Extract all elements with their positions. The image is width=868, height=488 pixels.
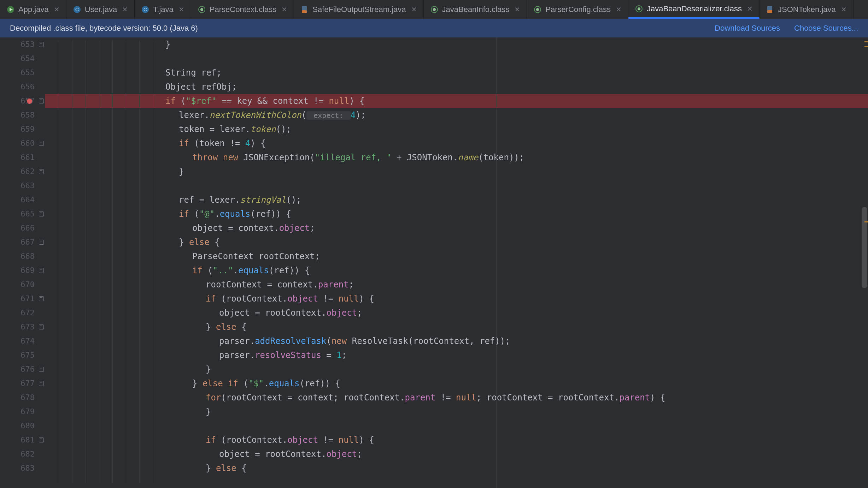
line-number[interactable]: 663 [0, 179, 35, 193]
code-line[interactable]: if ("$ref" == key && context != null) { [45, 94, 868, 108]
code-line[interactable]: if ("@".equals(ref)) { [45, 207, 868, 221]
line-number[interactable]: 680 [0, 419, 35, 433]
code-line[interactable]: parser.addResolveTask(new ResolveTask(ro… [45, 334, 868, 348]
line-number[interactable]: 682 [0, 447, 35, 461]
line-number[interactable]: 659 [0, 122, 35, 136]
code-line[interactable]: } [45, 165, 868, 179]
fold-toggle-icon[interactable] [39, 325, 44, 329]
code-line[interactable]: String ref; [45, 66, 868, 80]
line-number[interactable]: 658 [0, 108, 35, 122]
close-icon[interactable]: ✕ [841, 5, 847, 14]
code-line[interactable]: token = lexer.token(); [45, 122, 868, 136]
code-line[interactable]: for(rootContext = context; rootContext.p… [45, 391, 868, 405]
tab-javabeaninfo-class[interactable]: JavaBeanInfo.class✕ [424, 0, 527, 19]
code-area[interactable]: }String ref;Object refObj;if ("$ref" == … [45, 37, 868, 488]
tab-user-java[interactable]: CUser.java✕ [66, 0, 135, 19]
line-number[interactable]: 673 [0, 320, 35, 334]
code-line[interactable]: Object refObj; [45, 80, 868, 94]
code-line[interactable]: lexer.nextTokenWithColon( expect: 4); [45, 108, 868, 122]
tab-safefileoutputstream-java[interactable]: SafeFileOutputStream.java✕ [294, 0, 423, 19]
code-line[interactable]: if (rootContext.object != null) { [45, 433, 868, 447]
line-number[interactable]: 654 [0, 52, 35, 66]
line-number[interactable]: 683 [0, 461, 35, 475]
code-line[interactable]: object = context.object; [45, 221, 868, 235]
code-line[interactable]: object = rootContext.object; [45, 306, 868, 320]
close-icon[interactable]: ✕ [122, 5, 128, 14]
fold-toggle-icon[interactable] [39, 438, 44, 442]
fold-toggle-icon[interactable] [39, 212, 44, 216]
fold-toggle-icon[interactable] [39, 268, 44, 273]
code-line[interactable]: ParseContext rootContext; [45, 249, 868, 263]
code-line[interactable]: } [45, 37, 868, 52]
line-number[interactable]: 674 [0, 334, 35, 348]
line-number[interactable]: 676 [0, 362, 35, 376]
line-number[interactable]: 670 [0, 278, 35, 292]
close-icon[interactable]: ✕ [54, 5, 60, 14]
code-line[interactable]: if ("..".equals(ref)) { [45, 263, 868, 278]
line-number[interactable]: 681 [0, 433, 35, 447]
line-number[interactable]: 669 [0, 263, 35, 278]
code-line[interactable]: ref = lexer.stringVal(); [45, 193, 868, 207]
code-line[interactable]: } else { [45, 320, 868, 334]
choose-sources-link[interactable]: Choose Sources... [794, 24, 858, 33]
error-stripe-mark[interactable] [864, 221, 868, 222]
line-number[interactable]: 666 [0, 221, 35, 235]
code-line[interactable]: } [45, 405, 868, 419]
code-line[interactable]: if (token != 4) { [45, 136, 868, 150]
line-number[interactable]: 671 [0, 292, 35, 306]
line-number[interactable]: 667 [0, 235, 35, 249]
fold-toggle-icon[interactable] [39, 141, 44, 146]
fold-toggle-icon[interactable] [39, 42, 44, 47]
close-icon[interactable]: ✕ [747, 5, 753, 13]
line-number[interactable]: 655 [0, 66, 35, 80]
tab-parsecontext-class[interactable]: ParseContext.class✕ [191, 0, 294, 19]
line-number[interactable]: 662 [0, 165, 35, 179]
line-number[interactable]: 660 [0, 136, 35, 150]
code-line[interactable] [45, 419, 868, 433]
code-line[interactable] [45, 179, 868, 193]
line-number[interactable]: 678 [0, 391, 35, 405]
fold-toggle-icon[interactable] [39, 240, 44, 245]
line-number[interactable]: 677 [0, 376, 35, 391]
error-stripe-mark[interactable] [864, 46, 868, 47]
tab-t-java[interactable]: CT.java✕ [135, 0, 191, 19]
tab-javabeandeserializer-class[interactable]: JavaBeanDeserializer.class✕ [628, 0, 760, 19]
close-icon[interactable]: ✕ [178, 5, 184, 14]
line-number[interactable]: 661 [0, 150, 35, 165]
tab-app-java[interactable]: App.java✕ [0, 0, 66, 19]
line-number[interactable]: 675 [0, 348, 35, 362]
error-stripe[interactable] [864, 37, 868, 488]
close-icon[interactable]: ✕ [616, 5, 622, 14]
tab-parserconfig-class[interactable]: ParserConfig.class✕ [527, 0, 628, 19]
code-line[interactable]: rootContext = context.parent; [45, 278, 868, 292]
fold-toggle-icon[interactable] [39, 296, 44, 301]
line-number[interactable]: 664 [0, 193, 35, 207]
error-stripe-mark[interactable] [864, 41, 868, 42]
code-line[interactable]: if (rootContext.object != null) { [45, 292, 868, 306]
code-line[interactable]: throw new JSONException("illegal ref, " … [45, 150, 868, 165]
line-number[interactable]: 665 [0, 207, 35, 221]
fold-toggle-icon[interactable] [39, 99, 44, 103]
download-sources-link[interactable]: Download Sources [715, 24, 780, 33]
line-number[interactable]: 672 [0, 306, 35, 320]
code-line[interactable]: } else { [45, 461, 868, 475]
line-number[interactable]: 679 [0, 405, 35, 419]
tab-jsontoken-java[interactable]: JSONToken.java✕ [760, 0, 854, 19]
line-number[interactable]: 653 [0, 37, 35, 52]
line-number[interactable]: 656 [0, 80, 35, 94]
fold-toggle-icon[interactable] [39, 169, 44, 174]
code-line[interactable]: } else if ("$".equals(ref)) { [45, 376, 868, 391]
fold-toggle-icon[interactable] [39, 381, 44, 386]
close-icon[interactable]: ✕ [281, 5, 287, 14]
close-icon[interactable]: ✕ [514, 5, 520, 14]
code-line[interactable]: parser.resolveStatus = 1; [45, 348, 868, 362]
close-icon[interactable]: ✕ [411, 5, 417, 14]
code-line[interactable]: } [45, 362, 868, 376]
code-line[interactable] [45, 52, 868, 66]
code-editor[interactable]: 6536546556566576586596606616626636646656… [0, 37, 868, 488]
code-line[interactable]: } else { [45, 235, 868, 249]
line-number[interactable]: 668 [0, 249, 35, 263]
code-line[interactable]: object = rootContext.object; [45, 447, 868, 461]
breakpoint-icon[interactable] [27, 99, 32, 104]
fold-toggle-icon[interactable] [39, 367, 44, 372]
